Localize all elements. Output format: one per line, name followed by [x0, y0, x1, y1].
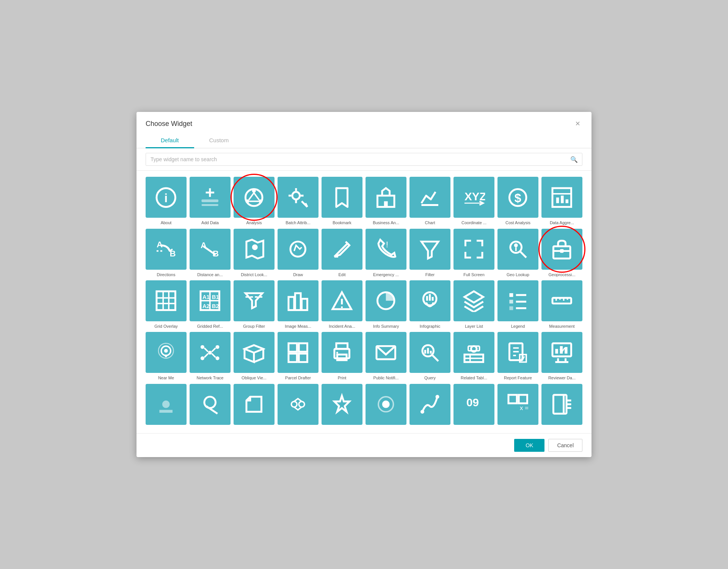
widget-label-directions: Directions [157, 272, 176, 277]
widget-item-row5-8[interactable] [453, 384, 494, 427]
search-input[interactable] [146, 153, 582, 166]
widget-icon-box-full-screen [453, 229, 494, 270]
widget-item-public-notifi[interactable]: Public Notifi... [366, 332, 406, 380]
search-icon: 🔍 [570, 156, 578, 163]
widget-icon-box-filter [410, 229, 450, 270]
widget-icon-box-business-an [366, 177, 406, 218]
widget-item-row5-3[interactable] [234, 384, 275, 427]
widget-item-row5-6[interactable] [366, 384, 406, 427]
widget-label-about: About [161, 220, 172, 225]
widget-item-row5-4[interactable] [278, 384, 318, 427]
widget-icon-box-geoprocessi [541, 229, 582, 270]
widget-item-add-data[interactable]: Add Data [190, 177, 231, 225]
widget-label-print: Print [338, 375, 347, 380]
widget-item-image-meas[interactable]: Image Meas... [278, 280, 318, 329]
widget-item-distance-an[interactable]: Distance an... [190, 229, 231, 277]
widget-item-parcel-drafter[interactable]: Parcel Drafter [278, 332, 318, 380]
widget-icon-box-info-summary [366, 280, 406, 321]
widget-label-info-summary: Info Summary [373, 324, 399, 329]
widget-item-cost-analysis[interactable]: Cost Analysis [497, 177, 538, 225]
widget-icon-box-network-trace [190, 332, 231, 373]
widget-label-query: Query [424, 375, 436, 380]
widget-item-related-tabl[interactable]: Related Tabl... [453, 332, 494, 380]
widget-item-district-look[interactable]: District Look... [234, 229, 275, 277]
widget-label-measurement: Measurement [549, 324, 574, 329]
widget-icon-box-district-look [234, 229, 275, 270]
widget-icon-box-emergency [366, 229, 406, 270]
widget-item-row5-9[interactable] [497, 384, 538, 427]
widget-item-business-an[interactable]: Business An... [366, 177, 406, 225]
widget-item-geoprocessi[interactable]: Geoprocessi... [541, 229, 582, 277]
widget-item-row5-1[interactable] [146, 384, 187, 427]
widget-item-draw[interactable]: Draw [278, 229, 318, 277]
widget-label-bookmark: Bookmark [333, 220, 351, 225]
search-bar: 🔍 [136, 148, 592, 171]
widget-item-infographic[interactable]: Infographic [410, 280, 450, 329]
widget-item-reviewer-da[interactable]: Reviewer Da... [541, 332, 582, 380]
widget-item-emergency[interactable]: Emergency ... [366, 229, 406, 277]
widget-icon-box-group-filter [234, 280, 275, 321]
widget-item-layer-list[interactable]: Layer List [453, 280, 494, 329]
widget-item-bookmark[interactable]: Bookmark [322, 177, 362, 225]
widget-item-edit[interactable]: Edit [322, 229, 362, 277]
widget-item-row5-7[interactable] [410, 384, 450, 427]
dialog-title: Choose Widget [146, 120, 192, 128]
widget-item-legend[interactable]: Legend [497, 280, 538, 329]
widget-icon-box-parcel-drafter [278, 332, 318, 373]
ok-button[interactable]: OK [514, 439, 544, 452]
widget-item-coordinate[interactable]: Coordinate ... [453, 177, 494, 225]
widget-icon-box-grid-overlay [146, 280, 187, 321]
widget-label-report-feature: Report Feature [504, 375, 532, 380]
widget-label-oblique-vie: Oblique Vie... [242, 375, 267, 380]
widget-icon-box-add-data [190, 177, 231, 218]
widget-item-info-summary[interactable]: Info Summary [366, 280, 406, 329]
widget-item-about[interactable]: About [146, 177, 187, 225]
widget-icon-box-row5-10 [541, 384, 582, 425]
widget-item-gridded-ref[interactable]: Gridded Ref... [190, 280, 231, 329]
widget-label-reviewer-da: Reviewer Da... [548, 375, 576, 380]
widget-item-report-feature[interactable]: Report Feature [497, 332, 538, 380]
widget-icon-box-measurement [541, 280, 582, 321]
cancel-button[interactable]: Cancel [548, 439, 582, 452]
widget-item-row5-5[interactable] [322, 384, 362, 427]
widget-item-grid-overlay[interactable]: Grid Overlay [146, 280, 187, 329]
widget-item-incident-ana[interactable]: Incident Ana... [322, 280, 362, 329]
widget-item-print[interactable]: Print [322, 332, 362, 380]
widget-icon-box-draw [278, 229, 318, 270]
widget-item-batch-attrib[interactable]: Batch Attrib... [278, 177, 318, 225]
widget-item-group-filter[interactable]: Group Filter [234, 280, 275, 329]
widget-item-geo-lookup[interactable]: Geo Lookup [497, 229, 538, 277]
widget-grid-scroll[interactable]: AboutAdd DataAnalysisBatch Attrib...Book… [136, 171, 592, 433]
widget-item-row5-2[interactable] [190, 384, 231, 427]
widget-icon-box-about [146, 177, 187, 218]
widget-label-near-me: Near Me [158, 375, 174, 380]
tab-custom[interactable]: Custom [194, 133, 244, 148]
widget-item-network-trace[interactable]: Network Trace [190, 332, 231, 380]
widget-item-measurement[interactable]: Measurement [541, 280, 582, 329]
widget-item-analysis[interactable]: Analysis [234, 177, 275, 225]
widget-label-add-data: Add Data [201, 220, 219, 225]
widget-item-near-me[interactable]: Near Me [146, 332, 187, 380]
widget-label-network-trace: Network Trace [197, 375, 224, 380]
widget-icon-box-infographic [410, 280, 450, 321]
tab-default[interactable]: Default [146, 133, 194, 148]
widget-icon-box-related-tabl [453, 332, 494, 373]
widget-icon-box-geo-lookup [497, 229, 538, 270]
widget-label-image-meas: Image Meas... [285, 324, 311, 329]
widget-label-infographic: Infographic [420, 324, 440, 329]
widget-item-directions[interactable]: Directions [146, 229, 187, 277]
widget-icon-box-row5-2 [190, 384, 231, 425]
widget-label-emergency: Emergency ... [373, 272, 399, 277]
widget-item-row5-10[interactable] [541, 384, 582, 427]
close-button[interactable]: × [573, 119, 582, 129]
widget-icon-box-print [322, 332, 362, 373]
widget-icon-box-row5-3 [234, 384, 275, 425]
widget-item-filter[interactable]: Filter [410, 229, 450, 277]
widget-item-query[interactable]: Query [410, 332, 450, 380]
widget-label-incident-ana: Incident Ana... [329, 324, 355, 329]
widget-item-data-aggre[interactable]: Data Aggre... [541, 177, 582, 225]
widget-item-oblique-vie[interactable]: Oblique Vie... [234, 332, 275, 380]
widget-item-full-screen[interactable]: Full Screen [453, 229, 494, 277]
widget-icon-box-gridded-ref [190, 280, 231, 321]
widget-item-chart[interactable]: Chart [410, 177, 450, 225]
